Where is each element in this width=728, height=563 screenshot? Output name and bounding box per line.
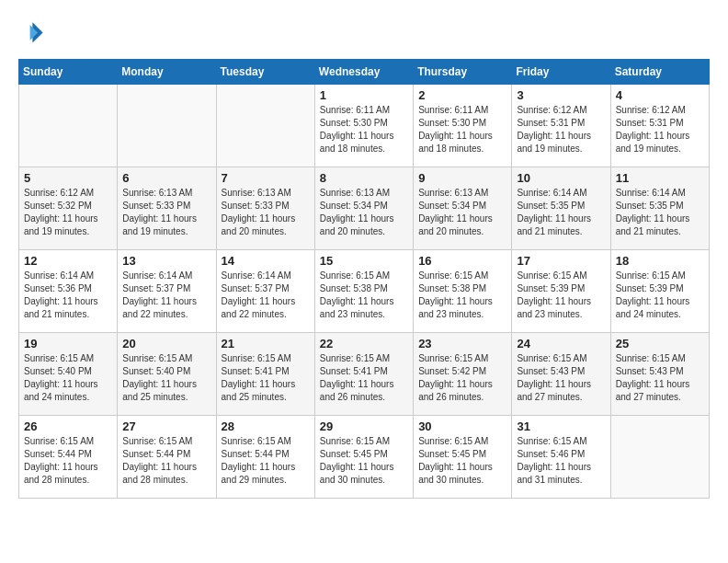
page-container: SundayMondayTuesdayWednesdayThursdayFrid… [18,18,710,499]
day-cell: 17Sunrise: 6:15 AM Sunset: 5:39 PM Dayli… [512,250,610,333]
day-number: 12 [24,254,112,268]
day-cell: 29Sunrise: 6:15 AM Sunset: 5:45 PM Dayli… [314,416,413,499]
day-info: Sunrise: 6:15 AM Sunset: 5:44 PM Dayligh… [222,435,310,487]
logo [18,18,48,44]
day-info: Sunrise: 6:15 AM Sunset: 5:42 PM Dayligh… [418,352,506,404]
day-number: 26 [24,419,112,433]
day-info: Sunrise: 6:14 AM Sunset: 5:36 PM Dayligh… [24,270,112,321]
day-cell: 24Sunrise: 6:15 AM Sunset: 5:43 PM Dayli… [512,333,610,416]
week-row-1: 1Sunrise: 6:11 AM Sunset: 5:30 PM Daylig… [19,85,710,167]
week-row-2: 5Sunrise: 6:12 AM Sunset: 5:32 PM Daylig… [19,167,710,250]
day-number: 5 [24,171,112,185]
day-info: Sunrise: 6:15 AM Sunset: 5:44 PM Dayligh… [24,435,112,487]
day-info: Sunrise: 6:14 AM Sunset: 5:37 PM Dayligh… [122,270,210,321]
day-cell: 16Sunrise: 6:15 AM Sunset: 5:38 PM Dayli… [414,250,512,333]
day-number: 11 [616,171,704,185]
header-monday: Monday [118,60,216,85]
week-row-5: 26Sunrise: 6:15 AM Sunset: 5:44 PM Dayli… [19,416,710,499]
day-cell: 19Sunrise: 6:15 AM Sunset: 5:40 PM Dayli… [19,333,118,416]
day-number: 1 [320,88,408,102]
day-info: Sunrise: 6:15 AM Sunset: 5:44 PM Dayligh… [122,435,210,487]
day-cell: 5Sunrise: 6:12 AM Sunset: 5:32 PM Daylig… [19,167,118,250]
day-info: Sunrise: 6:15 AM Sunset: 5:43 PM Dayligh… [517,352,605,404]
day-info: Sunrise: 6:15 AM Sunset: 5:41 PM Dayligh… [320,352,408,404]
day-number: 17 [517,254,605,268]
day-info: Sunrise: 6:15 AM Sunset: 5:40 PM Dayligh… [24,352,112,404]
day-cell: 25Sunrise: 6:15 AM Sunset: 5:43 PM Dayli… [610,333,709,416]
day-cell: 20Sunrise: 6:15 AM Sunset: 5:40 PM Dayli… [118,333,216,416]
header-sunday: Sunday [19,60,118,85]
day-number: 27 [122,419,210,433]
day-number: 18 [616,254,704,268]
header-friday: Friday [512,60,610,85]
day-number: 3 [517,88,605,102]
day-info: Sunrise: 6:15 AM Sunset: 5:46 PM Dayligh… [517,435,605,487]
day-number: 30 [418,419,506,433]
day-cell: 21Sunrise: 6:15 AM Sunset: 5:41 PM Dayli… [216,333,314,416]
day-number: 9 [418,171,506,185]
day-info: Sunrise: 6:12 AM Sunset: 5:31 PM Dayligh… [616,104,704,155]
day-cell: 28Sunrise: 6:15 AM Sunset: 5:44 PM Dayli… [216,416,314,499]
header-thursday: Thursday [414,60,512,85]
day-info: Sunrise: 6:14 AM Sunset: 5:35 PM Dayligh… [616,187,704,238]
day-number: 10 [517,171,605,185]
header-wednesday: Wednesday [314,60,413,85]
day-cell: 7Sunrise: 6:13 AM Sunset: 5:33 PM Daylig… [216,167,314,250]
header-tuesday: Tuesday [216,60,314,85]
day-number: 20 [122,337,210,350]
day-cell: 18Sunrise: 6:15 AM Sunset: 5:39 PM Dayli… [610,250,709,333]
day-number: 13 [122,254,210,268]
day-cell: 30Sunrise: 6:15 AM Sunset: 5:45 PM Dayli… [414,416,512,499]
day-cell: 15Sunrise: 6:15 AM Sunset: 5:38 PM Dayli… [314,250,413,333]
day-cell [19,85,118,167]
day-cell: 8Sunrise: 6:13 AM Sunset: 5:34 PM Daylig… [314,167,413,250]
day-info: Sunrise: 6:13 AM Sunset: 5:34 PM Dayligh… [320,187,408,238]
day-info: Sunrise: 6:15 AM Sunset: 5:45 PM Dayligh… [418,435,506,487]
day-info: Sunrise: 6:13 AM Sunset: 5:33 PM Dayligh… [122,187,210,238]
day-info: Sunrise: 6:12 AM Sunset: 5:32 PM Dayligh… [24,187,112,238]
day-number: 15 [320,254,408,268]
calendar-body: 1Sunrise: 6:11 AM Sunset: 5:30 PM Daylig… [19,85,710,499]
day-info: Sunrise: 6:15 AM Sunset: 5:43 PM Dayligh… [616,352,704,404]
day-number: 8 [320,171,408,185]
day-cell: 27Sunrise: 6:15 AM Sunset: 5:44 PM Dayli… [118,416,216,499]
day-cell: 10Sunrise: 6:14 AM Sunset: 5:35 PM Dayli… [512,167,610,250]
day-number: 31 [517,419,605,433]
day-cell: 11Sunrise: 6:14 AM Sunset: 5:35 PM Dayli… [610,167,709,250]
day-number: 28 [222,419,310,433]
week-row-3: 12Sunrise: 6:14 AM Sunset: 5:36 PM Dayli… [19,250,710,333]
day-cell: 23Sunrise: 6:15 AM Sunset: 5:42 PM Dayli… [414,333,512,416]
day-number: 22 [320,337,408,350]
day-info: Sunrise: 6:15 AM Sunset: 5:45 PM Dayligh… [320,435,408,487]
day-info: Sunrise: 6:15 AM Sunset: 5:38 PM Dayligh… [418,270,506,321]
day-cell: 22Sunrise: 6:15 AM Sunset: 5:41 PM Dayli… [314,333,413,416]
day-cell [610,416,709,499]
day-cell: 2Sunrise: 6:11 AM Sunset: 5:30 PM Daylig… [414,85,512,167]
day-number: 2 [418,88,506,102]
day-number: 7 [222,171,310,185]
day-number: 4 [616,88,704,102]
day-info: Sunrise: 6:11 AM Sunset: 5:30 PM Dayligh… [320,104,408,155]
day-cell: 26Sunrise: 6:15 AM Sunset: 5:44 PM Dayli… [19,416,118,499]
day-cell: 3Sunrise: 6:12 AM Sunset: 5:31 PM Daylig… [512,85,610,167]
day-cell [118,85,216,167]
header-row: SundayMondayTuesdayWednesdayThursdayFrid… [19,60,710,85]
day-number: 29 [320,419,408,433]
day-info: Sunrise: 6:15 AM Sunset: 5:41 PM Dayligh… [222,352,310,404]
day-cell: 12Sunrise: 6:14 AM Sunset: 5:36 PM Dayli… [19,250,118,333]
logo-icon [18,18,44,44]
page-header [18,18,710,44]
day-number: 6 [122,171,210,185]
day-info: Sunrise: 6:15 AM Sunset: 5:39 PM Dayligh… [616,270,704,321]
day-number: 25 [616,337,704,350]
week-row-4: 19Sunrise: 6:15 AM Sunset: 5:40 PM Dayli… [19,333,710,416]
day-cell: 9Sunrise: 6:13 AM Sunset: 5:34 PM Daylig… [414,167,512,250]
day-info: Sunrise: 6:11 AM Sunset: 5:30 PM Dayligh… [418,104,506,155]
day-info: Sunrise: 6:15 AM Sunset: 5:39 PM Dayligh… [517,270,605,321]
day-info: Sunrise: 6:15 AM Sunset: 5:40 PM Dayligh… [122,352,210,404]
calendar-header: SundayMondayTuesdayWednesdayThursdayFrid… [19,60,710,85]
day-cell: 1Sunrise: 6:11 AM Sunset: 5:30 PM Daylig… [314,85,413,167]
day-cell: 14Sunrise: 6:14 AM Sunset: 5:37 PM Dayli… [216,250,314,333]
day-cell: 6Sunrise: 6:13 AM Sunset: 5:33 PM Daylig… [118,167,216,250]
day-cell: 4Sunrise: 6:12 AM Sunset: 5:31 PM Daylig… [610,85,709,167]
